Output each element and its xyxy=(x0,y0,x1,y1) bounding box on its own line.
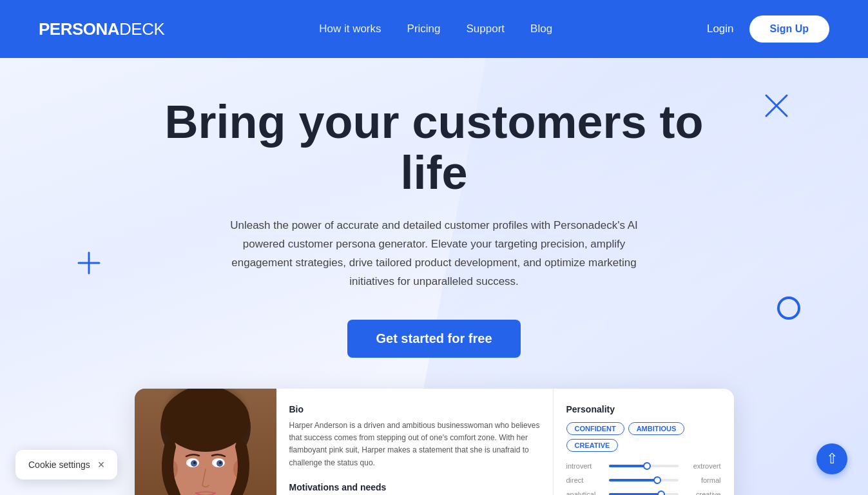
slider-fill-1 xyxy=(609,465,647,467)
slider-track-2 xyxy=(609,479,679,481)
persona-photo xyxy=(135,389,276,495)
slider-fill-2 xyxy=(609,479,658,481)
persona-personality-section: Personality CONFIDENT AMBITIOUS CREATIVE… xyxy=(554,389,734,495)
slider-introvert-extrovert: introvert extrovert xyxy=(566,462,721,470)
login-link[interactable]: Login xyxy=(707,23,734,35)
slider-label-creative: creative xyxy=(682,490,721,495)
slider-thumb-1 xyxy=(643,462,651,470)
slider-track-1 xyxy=(609,465,679,467)
nav-link-pricing[interactable]: Pricing xyxy=(407,23,441,35)
trait-confident: CONFIDENT xyxy=(566,422,624,435)
svg-point-16 xyxy=(219,461,222,464)
slider-analytical-creative: analytical creative xyxy=(566,490,721,495)
logo[interactable]: PERSONADECK xyxy=(39,19,164,39)
navigation: PERSONADECK How it works Pricing Support… xyxy=(0,0,868,58)
svg-point-15 xyxy=(193,461,196,464)
circle-icon xyxy=(777,296,800,320)
plus-icon xyxy=(77,251,101,280)
cta-button[interactable]: Get started for free xyxy=(347,320,520,358)
slider-label-direct: direct xyxy=(566,476,605,484)
nav-item-support[interactable]: Support xyxy=(467,23,505,35)
svg-point-6 xyxy=(162,389,249,452)
face-svg xyxy=(135,389,276,495)
nav-item-how-it-works[interactable]: How it works xyxy=(319,23,381,35)
cookie-close-button[interactable]: × xyxy=(98,459,105,471)
slider-label-introvert: introvert xyxy=(566,462,605,470)
bio-heading: Bio xyxy=(289,404,540,414)
slider-thumb-3 xyxy=(657,490,665,495)
nav-link-blog[interactable]: Blog xyxy=(530,23,552,35)
personality-heading: Personality xyxy=(566,404,721,414)
trait-creative: CREATIVE xyxy=(566,439,619,452)
nav-item-blog[interactable]: Blog xyxy=(530,23,552,35)
logo-deck: DECK xyxy=(119,19,164,39)
nav-links: How it works Pricing Support Blog xyxy=(319,23,552,35)
scroll-to-top-button[interactable]: ⇧ xyxy=(816,443,847,474)
persona-preview-card: Bio Harper Anderson is a driven and ambi… xyxy=(135,389,734,495)
nav-link-how-it-works[interactable]: How it works xyxy=(319,23,381,35)
persona-bio-section: Bio Harper Anderson is a driven and ambi… xyxy=(276,389,554,495)
signup-button[interactable]: Sign Up xyxy=(749,15,829,43)
cookie-label: Cookie settings xyxy=(28,460,90,470)
logo-persona: PERSONA xyxy=(39,19,119,39)
slider-direct-formal: direct formal xyxy=(566,476,721,484)
hero-title: Bring your customers to life xyxy=(144,97,724,199)
bio-text: Harper Anderson is a driven and ambitiou… xyxy=(289,420,540,469)
hero-subtitle: Unleash the power of accurate and detail… xyxy=(215,217,653,291)
motivations-heading: Motivations and needs xyxy=(289,482,540,492)
nav-link-support[interactable]: Support xyxy=(467,23,505,35)
persona-motivations-section: Motivations and needs Harper is motivate… xyxy=(289,482,540,495)
trait-ambitious: AMBITIOUS xyxy=(628,422,685,435)
slider-label-formal: formal xyxy=(682,476,721,484)
hero-section: Bring your customers to life Unleash the… xyxy=(0,58,868,495)
slider-thumb-2 xyxy=(653,476,661,484)
scroll-up-icon: ⇧ xyxy=(826,451,838,467)
trait-tags: CONFIDENT AMBITIOUS CREATIVE xyxy=(566,422,721,452)
nav-item-pricing[interactable]: Pricing xyxy=(407,23,441,35)
slider-label-extrovert: extrovert xyxy=(682,462,721,470)
nav-right: Login Sign Up xyxy=(707,15,829,43)
slider-label-analytical: analytical xyxy=(566,490,605,495)
cookie-banner: Cookie settings × xyxy=(15,450,117,480)
cross-icon xyxy=(762,92,791,123)
